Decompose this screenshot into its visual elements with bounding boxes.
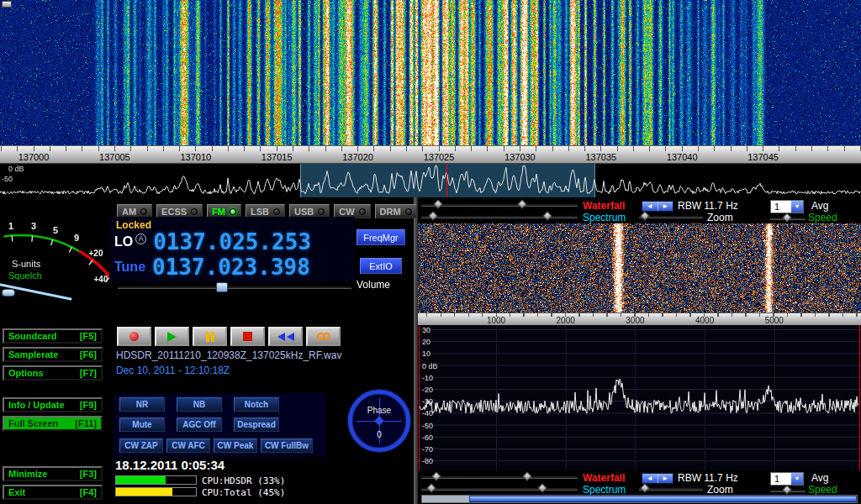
playback-position-handle[interactable] [2,1,12,8]
record-button[interactable] [117,327,151,346]
zoom-range-bar[interactable] [421,495,858,503]
freqmgr-button[interactable]: FreqMgr [357,229,405,245]
spectrum-label-bottom[interactable]: Spectrum [583,484,626,496]
main-waterfall-display[interactable] [0,0,861,145]
pause-button[interactable] [193,327,227,346]
rewind-button[interactable] [268,327,303,346]
volume-label: Volume [357,279,390,291]
despread-button[interactable]: Despread [234,417,279,432]
waterfall-contrast-track[interactable] [421,203,578,207]
fullscreen-button[interactable]: Full Screen [F11] [3,416,103,431]
spectrum-range-slider-bottom[interactable] [421,484,578,493]
cw-fullbw-button[interactable]: CW FullBw [261,438,313,453]
info-update-button[interactable]: Info / Update [F9] [3,397,103,412]
lo-label: LO [114,234,133,249]
cw-zap-button[interactable]: CW ZAP [119,438,163,453]
freq-ruler-label: 137020 [342,152,373,162]
avg-combobox[interactable]: 1 ▼ [770,200,804,213]
speed-slider-handle-bottom[interactable] [782,485,791,494]
notch-button[interactable]: Notch [234,397,279,412]
extio-button[interactable]: ExtIO [360,258,402,274]
mute-button[interactable]: Mute [119,417,165,432]
combobox-dropdown-icon[interactable]: ▼ [791,201,803,213]
waterfall-contrast-handle-high-bottom[interactable] [522,471,531,480]
nr-button[interactable]: NR [119,397,165,412]
dsp-button-panel: NR NB Notch Mute AGC Off Despread CW ZAP… [114,393,326,457]
rf-spectrum-display[interactable] [418,325,861,470]
spectrum-range-track[interactable] [421,215,578,218]
waterfall-contrast-handle-high[interactable] [517,199,526,208]
cw-peak-button[interactable]: CW Peak [214,438,257,453]
frequency-ruler[interactable]: 1370001370051370101370151370201370251370… [0,145,861,164]
spectrum-range-handle-high[interactable] [542,211,552,220]
samplerate-button-label: Samplerate [8,349,58,360]
spectrum-range-handle-low[interactable] [428,211,437,220]
spectrum-range-slider[interactable] [421,212,578,221]
lo-frequency-value[interactable]: 0137.025.253 [153,231,311,253]
spin-right-icon[interactable]: ► [658,474,673,483]
tune-frequency-value[interactable]: 0137.023.398 [152,256,310,278]
speed-slider-handle[interactable] [782,213,791,222]
waterfall-contrast-handle-low[interactable] [433,199,442,208]
avg-combobox-value[interactable]: 1 [771,201,791,213]
pause-icon [206,332,209,342]
waterfall-contrast-slider[interactable] [421,200,578,209]
loop-button[interactable] [306,327,341,346]
rf-frequency-ruler[interactable]: 10002000300040005000 [418,312,861,325]
s-meter-scale-3: 3 [31,221,36,231]
phase-label: Phase [352,406,406,415]
squelch-slider-handle[interactable] [2,289,15,297]
ecss-led-icon [191,208,198,215]
waterfall-contrast-track-bottom[interactable] [421,475,578,479]
spectrum-range-handle-high-bottom[interactable] [537,483,547,492]
rf-controls-bottom: Waterfall Spectrum ◄ ► RBW 11.7 Hz Zoom … [418,470,861,504]
freq-ruler-label: 137030 [504,152,536,162]
cpu-hdsdr-bar [115,475,197,485]
spectrum-range-track-bottom[interactable] [421,487,578,491]
playback-controls [117,327,341,346]
volume-slider[interactable] [118,282,351,293]
spin-left-icon[interactable]: ◄ [642,474,658,483]
mode-usb-label: USB [294,207,314,217]
phase-circle: Phase 0 [348,390,410,452]
waterfall-label[interactable]: Waterfall [583,200,625,212]
avg-combobox-bottom[interactable]: 1 ▼ [770,472,804,486]
zoom-slider-bottom[interactable] [639,484,703,493]
overview-spectrum-canvas[interactable] [0,164,861,197]
nb-button[interactable]: NB [177,397,222,412]
spin-right-icon[interactable]: ► [658,202,673,211]
rf-ruler-label: 1000 [487,316,505,325]
samplerate-button[interactable]: Samplerate [F6] [3,347,103,362]
rbw-spin-control[interactable]: ◄ ► [642,201,673,212]
cw-afc-button[interactable]: CW AFC [166,438,210,453]
spectrum-label[interactable]: Spectrum [583,212,626,223]
volume-slider-handle[interactable] [216,282,228,292]
play-button[interactable] [155,327,189,346]
options-button[interactable]: Options [F7] [3,365,103,381]
exit-button[interactable]: Exit [F4] [3,485,103,500]
agc-off-button[interactable]: AGC Off [177,417,222,432]
waterfall-label-bottom[interactable]: Waterfall [583,472,625,484]
volume-slider-track[interactable] [118,286,351,289]
waterfall-contrast-slider-bottom[interactable] [421,472,578,481]
zoom-slider-handle-bottom[interactable] [640,483,649,492]
combobox-dropdown-icon[interactable]: ▼ [791,473,803,485]
waterfall-contrast-handle-low-bottom[interactable] [431,471,441,480]
rf-waterfall-display[interactable] [418,223,861,312]
spin-left-icon[interactable]: ◄ [642,202,658,211]
avg-combobox-value-bottom[interactable]: 1 [771,473,791,485]
rbw-spin-control-bottom[interactable]: ◄ ► [642,473,673,484]
phase-center-marker [374,416,383,425]
freq-ruler-label: 137040 [667,152,698,162]
stop-button[interactable] [230,327,265,346]
zoom-slider[interactable] [639,212,703,221]
minimize-button[interactable]: Minimize [F3] [3,466,103,481]
overview-spectrum[interactable]: 0 dB -50 [0,164,861,197]
zoom-range-bar-fill[interactable] [469,496,857,502]
soundcard-button[interactable]: Soundcard [F5] [3,328,103,344]
speed-slider[interactable] [770,213,806,223]
speed-slider-bottom[interactable] [770,486,806,495]
spectrum-range-handle-low-bottom[interactable] [426,483,436,492]
mode-drm-button[interactable]: DRM [375,204,417,218]
zoom-slider-handle[interactable] [640,211,649,220]
